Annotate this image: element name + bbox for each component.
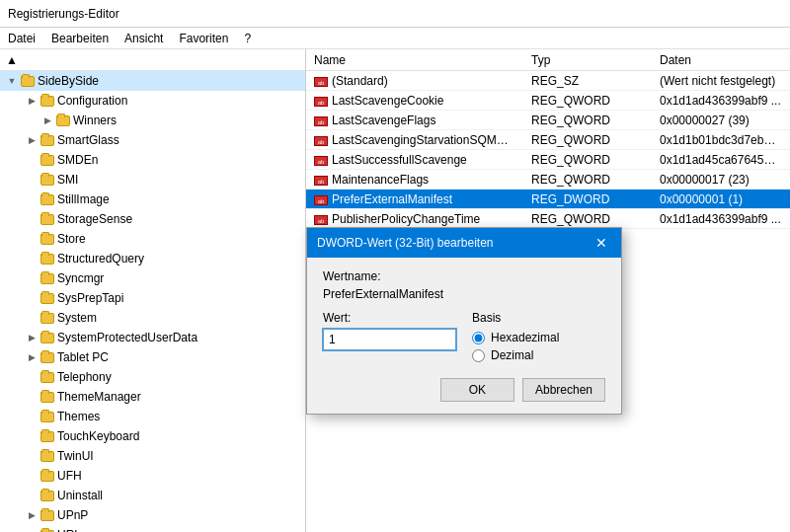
wert-label: Wert: xyxy=(323,311,456,325)
modal-body: Wertname: PreferExternalManifest Wert: B… xyxy=(307,258,621,414)
cancel-button[interactable]: Abbrechen xyxy=(522,378,605,402)
wert-section: Wert: xyxy=(323,311,456,362)
dword-edit-dialog: DWORD-Wert (32-Bit) bearbeiten ✕ Wertnam… xyxy=(306,227,622,415)
modal-close-button[interactable]: ✕ xyxy=(592,233,611,253)
wertname-value: PreferExternalManifest xyxy=(323,287,605,301)
modal-overlay: DWORD-Wert (32-Bit) bearbeiten ✕ Wertnam… xyxy=(0,0,790,532)
modal-buttons: OK Abbrechen xyxy=(323,374,605,402)
radio-dezimal-label: Dezimal xyxy=(491,348,533,362)
modal-fields-row: Wert: Basis Hexadezimal Dezimal xyxy=(323,311,605,362)
basis-group: Hexadezimal Dezimal xyxy=(472,329,605,362)
basis-section: Basis Hexadezimal Dezimal xyxy=(472,311,605,362)
basis-label: Basis xyxy=(472,311,605,325)
modal-title-bar: DWORD-Wert (32-Bit) bearbeiten ✕ xyxy=(307,228,621,258)
radio-dezimal[interactable]: Dezimal xyxy=(472,348,605,362)
radio-hexadezimal[interactable]: Hexadezimal xyxy=(472,331,605,344)
ok-button[interactable]: OK xyxy=(440,378,514,402)
wertname-label: Wertname: xyxy=(323,269,605,283)
modal-title: DWORD-Wert (32-Bit) bearbeiten xyxy=(317,236,494,250)
radio-hexadezimal-input[interactable] xyxy=(472,332,485,344)
wert-input[interactable] xyxy=(323,329,456,350)
radio-dezimal-input[interactable] xyxy=(472,349,485,362)
radio-hexadezimal-label: Hexadezimal xyxy=(491,331,559,344)
